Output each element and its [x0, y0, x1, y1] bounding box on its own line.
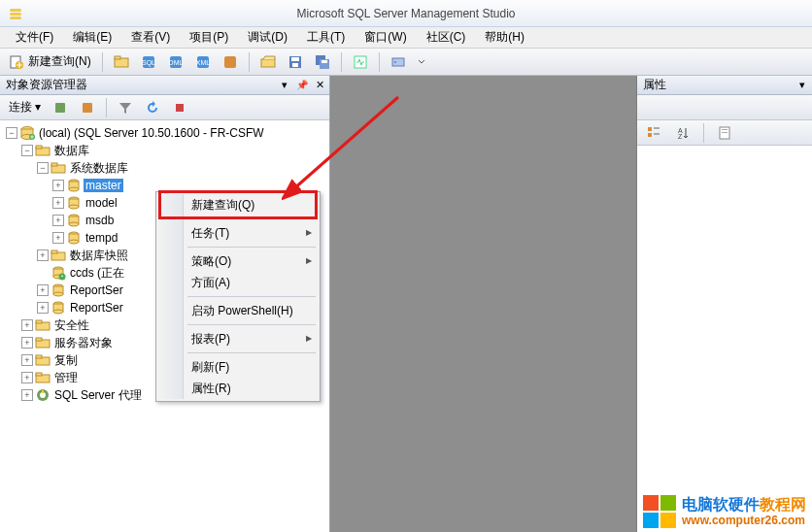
prop-alpha-icon[interactable]: AZ [670, 122, 695, 144]
database-icon [66, 213, 82, 228]
cm-separator [187, 324, 316, 325]
svg-rect-71 [648, 133, 652, 137]
menu-view[interactable]: 查看(V) [121, 27, 180, 48]
tb-save-all-icon[interactable] [310, 51, 335, 73]
expander-icon[interactable]: + [52, 197, 64, 209]
svg-rect-6 [115, 56, 120, 59]
tree-sysdb-node[interactable]: − 系统数据库 [2, 159, 327, 177]
svg-rect-13 [224, 56, 236, 68]
svg-rect-62 [36, 338, 42, 341]
svg-rect-72 [654, 127, 660, 129]
connect-button[interactable]: 连接 ▾ [4, 97, 46, 118]
panel-pin-icon[interactable]: 📌 [294, 77, 310, 92]
folder-icon [51, 160, 66, 176]
expander-icon[interactable]: − [21, 145, 33, 156]
expander-icon[interactable]: + [52, 232, 64, 244]
svg-rect-66 [36, 373, 42, 376]
panel-dropdown-icon[interactable]: ▾ [795, 77, 810, 92]
expander-icon[interactable]: + [21, 337, 33, 349]
svg-point-23 [394, 61, 396, 63]
menu-debug[interactable]: 调试(D) [238, 27, 297, 48]
menu-window[interactable]: 窗口(W) [355, 27, 416, 48]
tb-icon-script4[interactable] [218, 51, 243, 73]
tree-databases-node[interactable]: − 数据库 [2, 142, 327, 159]
document-area [330, 76, 637, 532]
new-query-button[interactable]: 新建查询(N) [4, 51, 96, 73]
menu-community[interactable]: 社区(C) [417, 27, 476, 48]
folder-icon [35, 143, 51, 158]
prop-pages-icon[interactable] [712, 122, 737, 144]
panel-close-icon[interactable]: ✕ [312, 77, 327, 92]
expander-icon[interactable]: + [21, 319, 33, 331]
folder-icon [35, 352, 51, 368]
expander-icon[interactable]: + [37, 249, 49, 261]
oe-tb-icon-1[interactable] [48, 97, 73, 118]
tree-management-label: 管理 [52, 370, 80, 386]
menu-help[interactable]: 帮助(H) [475, 27, 534, 48]
expander-icon[interactable]: − [6, 127, 17, 139]
oe-tb-filter-icon[interactable] [113, 97, 138, 118]
expander-icon[interactable]: + [21, 372, 33, 383]
svg-rect-34 [51, 163, 57, 166]
svg-text:Z: Z [678, 133, 683, 140]
svg-point-46 [69, 240, 79, 244]
cm-policies[interactable]: 策略(O) [158, 250, 318, 272]
toolbar-separator [249, 52, 250, 72]
watermark-url: www.computer26.com [682, 514, 806, 527]
object-explorer-toolbar: 连接 ▾ [0, 95, 329, 120]
tb-registered-servers-icon[interactable] [386, 51, 411, 73]
menu-edit[interactable]: 编辑(E) [63, 27, 121, 48]
cm-aspects[interactable]: 方面(A) [158, 272, 318, 293]
sql-agent-icon [35, 387, 51, 403]
cm-tasks[interactable]: 任务(T) [158, 222, 318, 244]
tb-icon-script3[interactable]: XML [190, 51, 216, 73]
database-icon [66, 195, 82, 211]
tb-dropdown-icon[interactable] [413, 51, 430, 73]
prop-categorized-icon[interactable] [641, 122, 666, 144]
expander-icon[interactable]: + [37, 284, 49, 296]
tb-save-icon[interactable] [283, 51, 308, 73]
cm-reports[interactable]: 报表(P) [158, 328, 318, 349]
svg-rect-24 [55, 103, 65, 113]
properties-selector[interactable] [637, 95, 812, 120]
cm-refresh[interactable]: 刷新(F) [158, 356, 318, 378]
tree-reportserver2-label: ReportSer [68, 301, 125, 315]
oe-tb-stop-icon[interactable] [167, 97, 192, 118]
svg-rect-17 [292, 63, 298, 67]
svg-point-58 [53, 310, 63, 314]
svg-rect-48 [51, 250, 57, 253]
tb-icon-script1[interactable]: SQL [136, 51, 161, 73]
panel-dropdown-icon[interactable]: ▾ [277, 77, 292, 92]
tree-security-label: 安全性 [52, 317, 91, 334]
new-query-label: 新建查询(N) [28, 53, 91, 70]
expander-icon[interactable]: + [21, 354, 33, 366]
tree-server-node[interactable]: − (local) (SQL Server 10.50.1600 - FR-CS… [2, 124, 327, 142]
menu-project[interactable]: 项目(P) [180, 27, 238, 48]
tb-activity-icon[interactable] [348, 51, 373, 73]
database-icon [66, 178, 82, 193]
oe-tb-icon-2[interactable] [75, 97, 100, 118]
cm-properties[interactable]: 属性(R) [158, 378, 318, 399]
svg-point-40 [69, 205, 79, 209]
folder-icon [51, 248, 66, 263]
tb-icon-script2[interactable]: DML [163, 51, 188, 73]
oe-tb-refresh-icon[interactable] [140, 97, 165, 118]
cm-powershell[interactable]: 启动 PowerShell(H) [158, 300, 318, 321]
menu-tools[interactable]: 工具(T) [297, 27, 355, 48]
cm-separator [187, 352, 316, 353]
svg-rect-25 [83, 103, 92, 113]
tree-server-objects-label: 服务器对象 [52, 335, 115, 351]
cm-new-query[interactable]: 新建查询(Q) [158, 194, 318, 216]
cm-separator [187, 247, 316, 248]
menu-file[interactable]: 文件(F) [6, 27, 63, 48]
expander-icon[interactable]: + [37, 302, 49, 314]
properties-title: 属性 [643, 77, 666, 93]
expander-icon[interactable]: + [52, 180, 64, 191]
tb-open-icon[interactable] [255, 51, 281, 73]
tb-icon-folder[interactable] [109, 51, 134, 73]
toolbar-separator [106, 98, 107, 117]
toolbar-separator [341, 52, 342, 72]
expander-icon[interactable]: + [21, 389, 33, 401]
expander-icon[interactable]: − [37, 162, 49, 174]
expander-icon[interactable]: + [52, 215, 64, 226]
